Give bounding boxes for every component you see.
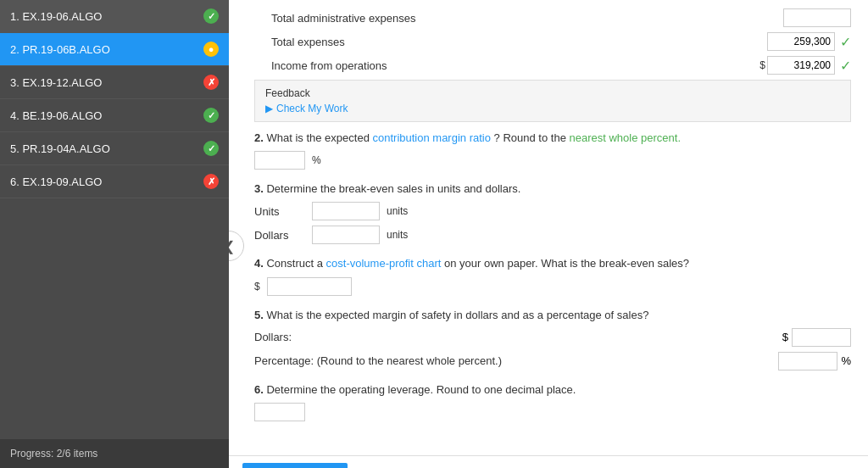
q3-number: 3.: [254, 182, 264, 195]
q2-highlight2: nearest whole percent.: [569, 131, 681, 144]
q3-units-input[interactable]: [312, 202, 380, 220]
q3-dollars-input[interactable]: [312, 226, 380, 244]
sidebar-item-1-label: 1. EX.19-06.ALGO: [10, 10, 203, 23]
question-3-text: 3. Determine the break-even sales in uni…: [254, 181, 851, 197]
admin-expenses-input[interactable]: [783, 8, 851, 27]
check-work-arrow: ▶: [265, 103, 273, 114]
q4-suffix: on your own paper. What is the break-eve…: [444, 257, 689, 270]
q4-dollar-prefix: $: [254, 281, 260, 292]
bottom-bar: Check My Work ❮ Pre: [229, 455, 868, 468]
sidebar-item-3-label: 3. EX.19-12.ALGO: [10, 76, 203, 89]
admin-expenses-row: Total administrative expenses: [254, 8, 851, 27]
q4-highlight: cost-volume-profit chart: [326, 257, 442, 270]
q3-text: Determine the break-even sales in units …: [266, 182, 520, 195]
q2-input-row: %: [254, 151, 851, 170]
sidebar-item-4[interactable]: 4. BE.19-06.ALGO ✓: [0, 99, 229, 132]
q5-percent-label: Percentage: (Round to the nearest whole …: [254, 354, 502, 367]
total-expenses-check: ✓: [840, 34, 851, 50]
sidebar-item-4-label: 4. BE.19-06.ALGO: [10, 109, 203, 122]
sidebar-item-2-label: 2. PR.19-06B.ALGO: [10, 43, 203, 56]
income-operations-input[interactable]: [767, 56, 835, 75]
q5-number: 5.: [254, 309, 264, 321]
q2-number: 2.: [254, 131, 264, 144]
q3-dollars-row: Dollars units: [254, 226, 851, 244]
q2-prefix: What is the expected: [266, 131, 372, 144]
question-5: 5. What is the expected margin of safety…: [254, 308, 851, 370]
income-dollar-prefix: $: [760, 59, 765, 71]
q2-highlight: contribution margin ratio: [372, 131, 490, 144]
q5-dollars-input[interactable]: [792, 328, 851, 347]
q5-percent-row: Percentage: (Round to the nearest whole …: [254, 352, 851, 370]
q2-suffix: ? Round to the: [494, 131, 570, 144]
q5-dollar-prefix: $: [782, 331, 788, 343]
q4-input-row: $: [254, 277, 851, 296]
check-work-text: Check My Work: [276, 103, 348, 114]
sidebar-item-3-status: ✗: [203, 75, 219, 90]
q5-percent-suffix: %: [841, 354, 851, 367]
sidebar-item-5-label: 5. PR.19-04A.ALGO: [10, 142, 203, 155]
question-2-text: 2. What is the expected contribution mar…: [254, 131, 851, 146]
q5-percent-input[interactable]: [778, 352, 837, 370]
q5-dollars-input-group: $: [782, 328, 851, 347]
q4-number: 4.: [254, 257, 264, 270]
main-content: ❮ Total administrative expenses Total ex…: [229, 0, 868, 468]
q6-input-row: [254, 403, 851, 421]
total-expenses-row: Total expenses ✓: [254, 32, 851, 51]
sidebar-item-5[interactable]: 5. PR.19-04A.ALGO ✓: [0, 132, 229, 165]
admin-expenses-label: Total administrative expenses: [254, 12, 783, 25]
q4-prefix: Construct a: [266, 257, 326, 270]
feedback-check-link[interactable]: ▶ Check My Work: [265, 103, 840, 114]
q3-units-label: Units: [254, 205, 305, 218]
total-expenses-input[interactable]: [767, 32, 835, 51]
q3-dollars-unit: units: [387, 229, 408, 241]
q5-percent-input-group: %: [778, 352, 851, 370]
q2-unit: %: [312, 154, 321, 166]
sidebar: 1. EX.19-06.ALGO ✓ 2. PR.19-06B.ALGO ● 3…: [0, 0, 229, 468]
q6-number: 6.: [254, 383, 264, 396]
sidebar-item-6-label: 6. EX.19-09.ALGO: [10, 176, 203, 188]
income-operations-check: ✓: [840, 58, 851, 74]
sidebar-item-4-status: ✓: [203, 108, 219, 123]
q3-units-unit: units: [387, 205, 408, 217]
q6-text: Determine the operating leverage. Round …: [266, 383, 576, 396]
q3-units-row: Units units: [254, 202, 851, 220]
check-my-work-button[interactable]: Check My Work: [242, 463, 348, 468]
sidebar-item-2[interactable]: 2. PR.19-06B.ALGO ●: [0, 33, 229, 66]
feedback-title: Feedback: [265, 87, 840, 99]
q2-input[interactable]: [254, 151, 305, 170]
total-expenses-label: Total expenses: [254, 36, 767, 48]
question-4-text: 4. Construct a cost-volume-profit chart …: [254, 256, 851, 271]
feedback-section: Feedback ▶ Check My Work: [254, 80, 851, 122]
question-3: 3. Determine the break-even sales in uni…: [254, 181, 851, 244]
q5-text: What is the expected margin of safety in…: [266, 309, 648, 321]
progress-text: Progress: 2/6 items: [10, 448, 97, 460]
q4-input[interactable]: [267, 277, 352, 296]
sidebar-item-1[interactable]: 1. EX.19-06.ALGO ✓: [0, 0, 229, 33]
question-5-text: 5. What is the expected margin of safety…: [254, 308, 851, 323]
question-6: 6. Determine the operating leverage. Rou…: [254, 382, 851, 421]
question-2: 2. What is the expected contribution mar…: [254, 131, 851, 170]
q3-dollars-label: Dollars: [254, 229, 305, 242]
question-6-text: 6. Determine the operating leverage. Rou…: [254, 382, 851, 398]
sidebar-item-2-status: ●: [203, 42, 219, 57]
sidebar-footer: Progress: 2/6 items: [0, 439, 229, 468]
sidebar-item-5-status: ✓: [203, 141, 219, 156]
sidebar-item-1-status: ✓: [203, 8, 219, 24]
sidebar-item-6-status: ✗: [203, 174, 219, 189]
question-4: 4. Construct a cost-volume-profit chart …: [254, 256, 851, 295]
sidebar-item-6[interactable]: 6. EX.19-09.ALGO ✗: [0, 165, 229, 198]
q5-dollars-row: Dollars: $: [254, 328, 851, 347]
income-operations-label: Income from operations: [254, 59, 760, 72]
sidebar-item-3[interactable]: 3. EX.19-12.ALGO ✗: [0, 66, 229, 99]
q5-dollars-label: Dollars:: [254, 331, 292, 343]
q6-input[interactable]: [254, 403, 305, 421]
income-operations-row: Income from operations $ ✓: [254, 56, 851, 75]
